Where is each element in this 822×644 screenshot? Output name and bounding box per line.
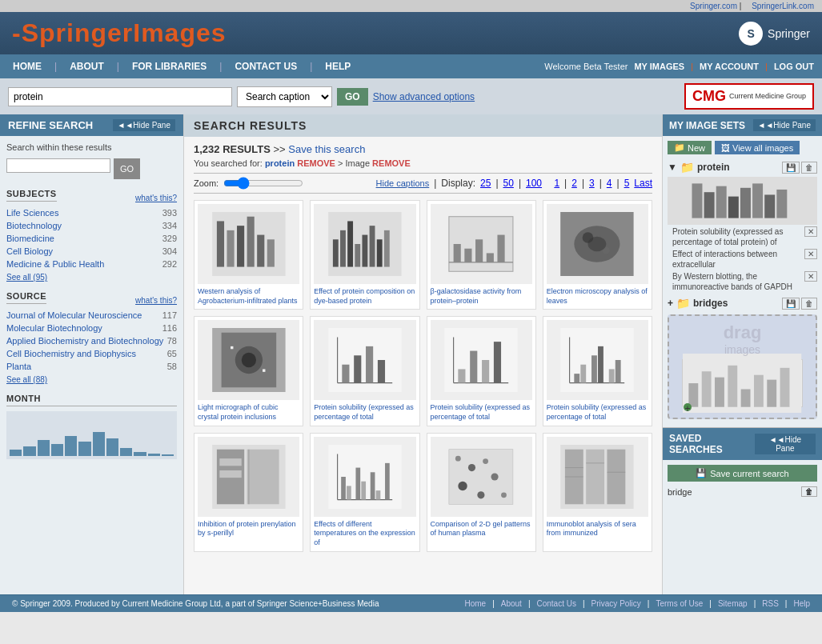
query-term-link[interactable]: protein — [265, 158, 297, 168]
page-2-link[interactable]: 2 — [571, 178, 577, 189]
advanced-options-link[interactable]: Show advanced options — [373, 91, 475, 102]
folder-bridges-save-button[interactable]: 💾 — [782, 298, 800, 310]
subject-link[interactable]: Biomedicine — [6, 234, 54, 243]
source-item-mb[interactable]: Molecular Biotechnology 116 — [6, 322, 177, 334]
delete-protein-item-1-button[interactable]: ✕ — [804, 226, 817, 237]
folder-protein-save-button[interactable]: 💾 — [782, 162, 800, 174]
source-see-all-link[interactable]: See all (88) — [6, 375, 177, 384]
folder-protein-delete-button[interactable]: 🗑 — [801, 162, 817, 174]
nav-libraries[interactable]: FOR LIBRARIES — [119, 54, 219, 78]
save-current-search-button[interactable]: 💾 Save current search — [668, 465, 817, 482]
footer-contact-link[interactable]: Contact Us — [537, 599, 576, 608]
subject-item-medicine[interactable]: Medicine & Public Health 292 — [6, 258, 177, 270]
source-what-link[interactable]: what's this? — [135, 296, 177, 305]
folder-protein-row[interactable]: ▼ 📁 protein 💾 🗑 — [668, 161, 817, 174]
search-type-select[interactable]: Search caption Search title Search all f… — [237, 86, 332, 107]
folder-bridges-row[interactable]: + 📁 bridges 💾 🗑 — [668, 297, 817, 310]
subject-item-cell-biology[interactable]: Cell Biology 304 — [6, 245, 177, 258]
subject-item-biomedicine[interactable]: Biomedicine 329 — [6, 232, 177, 245]
save-this-search-link[interactable]: Save this search — [288, 143, 365, 155]
page-3-link[interactable]: 3 — [589, 178, 595, 189]
display-25-link[interactable]: 25 — [480, 178, 491, 189]
zoom-slider[interactable] — [223, 177, 303, 190]
new-imageset-button[interactable]: 📁 New — [668, 141, 712, 154]
search-within-input[interactable] — [6, 158, 110, 173]
hide-pane-saved-searches-button[interactable]: ◄◄Hide Pane — [755, 434, 816, 454]
delete-protein-item-3-button[interactable]: ✕ — [804, 271, 817, 282]
source-item-jmn[interactable]: Journal of Molecular Neuroscience 117 — [6, 309, 177, 322]
subject-link[interactable]: Life Sciences — [6, 208, 58, 218]
footer-about-link[interactable]: About — [501, 599, 522, 608]
nav-contact[interactable]: CONTACT US — [222, 54, 310, 78]
image-caption-11[interactable]: Comparison of 2-D gel patterns of human … — [431, 520, 532, 538]
image-cell-6[interactable]: Protein solubility (expressed as percent… — [310, 316, 419, 426]
display-50-link[interactable]: 50 — [503, 178, 514, 189]
my-images-link[interactable]: MY IMAGES — [634, 62, 684, 71]
page-5-link[interactable]: 5 — [624, 178, 630, 189]
delete-saved-search-bridge-button[interactable]: 🗑 — [801, 486, 817, 497]
subject-item-biotech[interactable]: Biotechnology 334 — [6, 219, 177, 232]
query-remove1-link[interactable]: REMOVE — [297, 158, 335, 168]
source-link[interactable]: Cell Biochemistry and Biophysics — [6, 349, 136, 358]
image-caption-8[interactable]: Protein solubility (expressed as percent… — [547, 403, 648, 422]
hide-pane-right-button[interactable]: ◄◄Hide Pane — [753, 119, 816, 131]
subjects-see-all-link[interactable]: See all (95) — [6, 273, 177, 282]
nav-about[interactable]: ABOUT — [57, 54, 117, 78]
folder-bridges-delete-button[interactable]: 🗑 — [801, 298, 817, 310]
subject-item-life-sciences[interactable]: Life Sciences 393 — [6, 206, 177, 219]
subject-link[interactable]: Medicine & Public Health — [6, 259, 104, 269]
image-cell-5[interactable]: Light micrograph of cubic crystal protei… — [194, 316, 303, 426]
subject-link[interactable]: Biotechnology — [6, 221, 62, 230]
image-cell-11[interactable]: Comparison of 2-D gel patterns of human … — [427, 433, 536, 552]
footer-terms-link[interactable]: Terms of Use — [656, 599, 703, 608]
image-cell-10[interactable]: Effects of different temperatures on the… — [310, 433, 419, 552]
query-remove2-link[interactable]: REMOVE — [372, 158, 411, 168]
hide-pane-left-button[interactable]: ◄◄Hide Pane — [113, 119, 176, 131]
source-link[interactable]: Molecular Biotechnology — [6, 323, 102, 333]
image-cell-1[interactable]: Western analysis of Agrobacterium-infilt… — [194, 200, 303, 310]
source-item-planta[interactable]: Planta 58 — [6, 360, 177, 373]
image-caption-1[interactable]: Western analysis of Agrobacterium-infilt… — [198, 287, 299, 306]
image-cell-3[interactable]: β-galactosidase activity from protein–pr… — [427, 200, 536, 310]
footer-sitemap-link[interactable]: Sitemap — [718, 599, 748, 608]
logout-link[interactable]: LOG OUT — [774, 62, 814, 71]
image-caption-12[interactable]: Immunoblot analysis of sera from immuniz… — [547, 520, 648, 538]
footer-rss-link[interactable]: RSS — [762, 599, 779, 608]
topbar-springer-link[interactable]: Springer.com — [690, 2, 737, 10]
my-account-link[interactable]: MY ACCOUNT — [700, 62, 759, 71]
source-link[interactable]: Planta — [6, 362, 31, 371]
delete-protein-item-2-button[interactable]: ✕ — [804, 249, 817, 259]
footer-privacy-link[interactable]: Privacy Policy — [591, 599, 641, 608]
image-cell-12[interactable]: Immunoblot analysis of sera from immuniz… — [543, 433, 652, 552]
page-1-link[interactable]: 1 — [554, 178, 559, 189]
footer-help-link[interactable]: Help — [793, 599, 810, 608]
image-caption-5[interactable]: Light micrograph of cubic crystal protei… — [198, 403, 299, 422]
subjects-what-link[interactable]: what's this? — [135, 194, 177, 202]
image-caption-2[interactable]: Effect of protein composition on dye-bas… — [314, 287, 415, 306]
site-logo[interactable]: -SpringerImages — [12, 18, 227, 48]
image-caption-3[interactable]: β-galactosidase activity from protein–pr… — [431, 287, 532, 306]
source-link[interactable]: Journal of Molecular Neuroscience — [6, 310, 142, 320]
image-caption-10[interactable]: Effects of different temperatures on the… — [314, 520, 415, 548]
nav-help[interactable]: HELP — [312, 54, 363, 78]
image-caption-6[interactable]: Protein solubility (expressed as percent… — [314, 403, 415, 422]
search-within-go-button[interactable]: GO — [114, 158, 140, 179]
image-caption-4[interactable]: Electron microscopy analysis of leaves — [547, 287, 648, 306]
image-caption-7[interactable]: Protein solubility (expressed as percent… — [431, 403, 532, 422]
subject-link[interactable]: Cell Biology — [6, 246, 53, 256]
search-input[interactable] — [8, 87, 232, 106]
source-link[interactable]: Applied Biochemistry and Biotechnology — [6, 336, 163, 346]
image-cell-2[interactable]: Effect of protein composition on dye-bas… — [310, 200, 419, 310]
image-cell-8[interactable]: Protein solubility (expressed as percent… — [543, 316, 652, 426]
image-cell-9[interactable]: Inhibition of protein prenylation by s-p… — [194, 433, 303, 552]
source-item-abt[interactable]: Applied Biochemistry and Biotechnology 7… — [6, 334, 177, 347]
page-4-link[interactable]: 4 — [607, 178, 612, 189]
display-100-link[interactable]: 100 — [526, 178, 542, 189]
source-item-cbb[interactable]: Cell Biochemistry and Biophysics 65 — [6, 347, 177, 360]
image-cell-4[interactable]: Electron microscopy analysis of leaves — [543, 200, 652, 310]
view-all-images-button[interactable]: 🖼 View all images — [715, 141, 800, 154]
hide-captions-link[interactable]: Hide captions — [376, 178, 430, 188]
topbar-springerlink-link[interactable]: SpringerLink.com — [752, 2, 814, 10]
search-go-button[interactable]: GO — [337, 88, 368, 106]
footer-home-link[interactable]: Home — [464, 599, 486, 608]
